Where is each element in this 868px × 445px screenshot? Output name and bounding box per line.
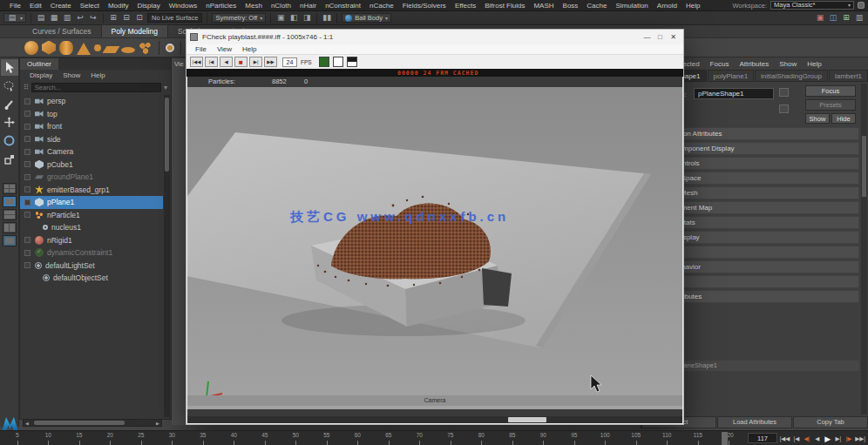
shelf-icon[interactable] bbox=[42, 41, 56, 55]
outliner-row[interactable]: defaultObjectSet bbox=[20, 272, 163, 285]
visibility-toggle[interactable] bbox=[24, 237, 31, 243]
shelf-icon[interactable] bbox=[94, 44, 101, 51]
outliner-menu-item[interactable]: Help bbox=[86, 71, 109, 79]
chevron-down-icon[interactable]: ▾ bbox=[164, 84, 167, 91]
fcheck-menu-item[interactable]: View bbox=[212, 45, 237, 53]
scrollbar-thumb[interactable] bbox=[862, 136, 866, 197]
visibility-toggle[interactable] bbox=[24, 124, 31, 130]
layout-two-pane-side-button[interactable] bbox=[3, 222, 17, 233]
render-settings-icon[interactable]: ◨ bbox=[302, 13, 312, 23]
close-button[interactable]: ✕ bbox=[667, 33, 680, 41]
outliner-vscrollbar[interactable] bbox=[164, 95, 170, 417]
channel-box-icon[interactable]: ▥ bbox=[854, 13, 865, 23]
scrollbar-thumb[interactable] bbox=[165, 98, 169, 172]
open-scene-icon[interactable]: ▦ bbox=[49, 13, 59, 23]
shelf-icon[interactable] bbox=[166, 44, 174, 52]
layout-two-pane-stacked-button[interactable] bbox=[3, 209, 17, 220]
attribute-editor-toggle-icon[interactable]: ◫ bbox=[828, 13, 838, 23]
ae-menu-item[interactable]: Show bbox=[775, 60, 801, 68]
pin-icon[interactable] bbox=[779, 88, 789, 97]
live-surface-field[interactable]: No Live Surface bbox=[147, 13, 202, 23]
fcheck-transport-button[interactable]: ▶| bbox=[249, 57, 262, 67]
visibility-toggle[interactable] bbox=[24, 98, 31, 105]
fcheck-transport-button[interactable]: ■ bbox=[234, 57, 248, 67]
minimize-button[interactable]: — bbox=[641, 33, 654, 41]
outliner-row[interactable]: defaultLightSet bbox=[20, 260, 163, 273]
outliner-title[interactable]: Outliner bbox=[20, 58, 58, 70]
menu-item[interactable]: Effects bbox=[451, 0, 480, 11]
current-frame-marker[interactable] bbox=[722, 432, 728, 445]
search-input[interactable] bbox=[31, 83, 161, 92]
shelf-icon[interactable] bbox=[59, 41, 73, 55]
menu-item[interactable]: Help bbox=[682, 0, 704, 11]
visibility-toggle[interactable] bbox=[24, 161, 31, 167]
display-rgb-toggle[interactable] bbox=[319, 57, 329, 67]
ipr-render-icon[interactable]: ◧ bbox=[288, 13, 299, 23]
show-button[interactable]: Show bbox=[805, 113, 830, 124]
fcheck-menu-item[interactable]: Help bbox=[237, 45, 261, 53]
list-icon[interactable] bbox=[779, 105, 789, 113]
outliner-row[interactable]: pPlane1 bbox=[20, 196, 163, 209]
menu-set-selector[interactable]: ▤▾ bbox=[3, 13, 26, 23]
outliner-row[interactable]: side bbox=[20, 133, 163, 146]
display-white-toggle[interactable] bbox=[333, 57, 343, 67]
menu-item[interactable]: File bbox=[5, 0, 25, 11]
maximize-button[interactable]: □ bbox=[654, 33, 667, 41]
playblast-viewport[interactable]: 技艺CG www.qdnxxfb.cn Camera bbox=[187, 87, 682, 406]
menu-item[interactable]: nParticles bbox=[201, 0, 241, 11]
menu-item[interactable]: Simulation bbox=[611, 0, 652, 11]
outliner-row[interactable]: Camera bbox=[20, 145, 163, 158]
outliner-row[interactable]: emitterBased_grp1 bbox=[20, 184, 163, 197]
scroll-left-icon[interactable]: ◀ bbox=[24, 421, 31, 426]
menu-item[interactable]: Select bbox=[76, 0, 104, 11]
playback-button[interactable]: ▶| bbox=[833, 433, 843, 444]
outliner-row[interactable]: dynamicConstraint1 bbox=[20, 246, 163, 260]
ae-tab[interactable]: lambert1 bbox=[829, 70, 868, 82]
fcheck-menu-item[interactable]: File bbox=[190, 45, 212, 53]
layout-outliner-persp-button[interactable] bbox=[3, 235, 17, 246]
visibility-toggle[interactable] bbox=[24, 212, 31, 218]
outliner-row[interactable]: groundPlane1 bbox=[20, 171, 163, 184]
fcheck-transport-button[interactable]: ▶▶ bbox=[264, 57, 277, 67]
outliner-hscrollbar[interactable]: ◀ ▶ bbox=[23, 419, 162, 427]
outliner-row[interactable]: persp bbox=[20, 95, 163, 108]
render-icon[interactable]: ▣ bbox=[275, 13, 286, 23]
display-alpha-toggle[interactable] bbox=[347, 57, 357, 67]
outliner-menu-item[interactable]: Show bbox=[58, 71, 85, 79]
hide-button[interactable]: Hide bbox=[831, 113, 856, 124]
ae-bottom-button[interactable]: Copy Tab bbox=[793, 416, 868, 428]
outliner-row[interactable]: nParticle1 bbox=[20, 209, 163, 222]
outliner-row[interactable]: front bbox=[20, 120, 163, 133]
focus-button[interactable]: Focus bbox=[805, 85, 856, 97]
mesh-name-field[interactable]: pPlaneShape1 bbox=[694, 88, 774, 99]
menu-item[interactable]: Windows bbox=[165, 0, 201, 11]
snap-grid-icon[interactable]: ⊞ bbox=[108, 13, 119, 23]
visibility-toggle[interactable] bbox=[24, 149, 31, 155]
shelf-icon[interactable] bbox=[121, 47, 135, 53]
rotate-tool-button[interactable] bbox=[1, 132, 18, 149]
shelf-icon[interactable] bbox=[159, 41, 159, 55]
shelf-tab[interactable]: Poly Modeling bbox=[101, 24, 168, 37]
playback-button[interactable]: |◀ bbox=[791, 433, 801, 444]
viewport-panel-sliver[interactable]: Vie bbox=[172, 57, 186, 425]
lasso-tool-button[interactable] bbox=[1, 78, 18, 94]
snap-curve-icon[interactable]: ⊟ bbox=[121, 13, 132, 23]
layout-four-pane-button[interactable] bbox=[3, 183, 17, 194]
visibility-toggle[interactable] bbox=[24, 174, 31, 180]
visibility-toggle[interactable] bbox=[24, 186, 31, 192]
current-frame-field[interactable]: 117 bbox=[748, 433, 777, 443]
shelf-tab[interactable]: Curves / Surfaces bbox=[23, 25, 101, 37]
fcheck-hscrollbar[interactable] bbox=[187, 416, 682, 423]
menu-item[interactable]: nHair bbox=[295, 0, 321, 11]
outliner-row[interactable]: pCube1 bbox=[20, 158, 163, 172]
menu-item[interactable]: Create bbox=[46, 0, 76, 11]
pause-icon[interactable]: ▮▮ bbox=[322, 13, 332, 23]
menu-item[interactable]: nCloth bbox=[267, 0, 295, 11]
new-scene-icon[interactable]: ▤ bbox=[36, 13, 46, 23]
workspace-select[interactable]: Maya Classic* ▾ bbox=[770, 1, 854, 10]
menu-item[interactable]: Cache bbox=[582, 0, 611, 11]
paint-select-tool-button[interactable] bbox=[1, 96, 18, 112]
scroll-right-icon[interactable]: ▶ bbox=[154, 421, 161, 426]
outliner-menu-item[interactable]: Display bbox=[25, 71, 57, 79]
presets-button[interactable]: Presets bbox=[805, 99, 856, 111]
